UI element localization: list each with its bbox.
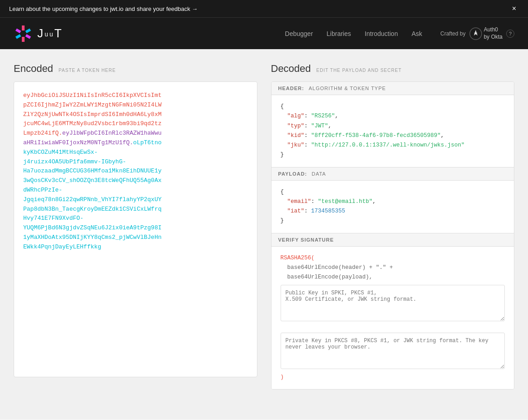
verify-section: VERIFY SIGNATURE RSASHA256( base64UrlEnc…	[272, 233, 514, 390]
payload-label: PAYLOAD: DATA	[272, 167, 514, 181]
auth0-icon	[469, 27, 482, 40]
nav-links: Debugger Libraries Introduction Ask	[285, 30, 422, 37]
svg-rect-0	[22, 25, 25, 30]
header-content: { "alg": "RS256", "typ": "JWT", "kid": "…	[272, 95, 514, 167]
header-sublabel: ALGORITHM & TOKEN TYPE	[309, 86, 386, 91]
svg-rect-3	[22, 37, 25, 42]
verify-label-text: VERIFY SIGNATURE	[278, 237, 334, 243]
logo-area: JuuT	[14, 24, 63, 43]
svg-rect-1	[25, 28, 31, 33]
banner-text: Learn about the upcoming changes to jwt.…	[9, 5, 198, 12]
payload-content: { "email": "test@email.htb", "iat": 1734…	[272, 181, 514, 233]
nav-debugger[interactable]: Debugger	[285, 30, 313, 37]
announcement-banner: Learn about the upcoming changes to jwt.…	[0, 0, 528, 17]
payload-section: PAYLOAD: DATA { "email": "test@email.htb…	[272, 167, 514, 233]
crafted-by-section: Crafted by Auth0by Okta ?	[440, 26, 514, 40]
header-label-text: HEADER:	[278, 86, 304, 91]
public-key-textarea[interactable]	[281, 285, 505, 321]
verify-content: RSASHA256( base64UrlEncode(header) + "."…	[272, 247, 514, 390]
crafted-by-text: Crafted by	[440, 30, 465, 37]
help-icon[interactable]: ?	[506, 30, 514, 38]
logo-text: JuuT	[37, 26, 63, 40]
payload-sublabel: DATA	[312, 171, 326, 177]
verify-label: VERIFY SIGNATURE	[272, 233, 514, 247]
nav-ask[interactable]: Ask	[412, 30, 422, 37]
sig-line1-text: base64UrlEncode(header) + "." +	[287, 264, 393, 271]
decoded-subtitle: EDIT THE PAYLOAD AND SECRET	[317, 68, 402, 73]
encoded-title: Encoded	[14, 63, 53, 75]
sig-close-paren: )	[281, 373, 505, 382]
sig-function-text: RSASHA256(	[281, 253, 505, 263]
navbar: JuuT Debugger Libraries Introduction Ask…	[0, 17, 528, 49]
main-content: Encoded PASTE A TOKEN HERE eyJhbGciOiJSU…	[0, 49, 528, 419]
svg-rect-5	[15, 28, 21, 33]
nav-introduction[interactable]: Introduction	[365, 30, 398, 37]
sig-line2-text: base64UrlEncode(payload),	[287, 274, 373, 280]
banner-close-button[interactable]: ×	[509, 5, 519, 13]
svg-rect-2	[25, 34, 31, 39]
encoded-subtitle: PASTE A TOKEN HERE	[59, 68, 116, 73]
decoded-panel-header: Decoded EDIT THE PAYLOAD AND SECRET	[271, 63, 515, 75]
svg-rect-4	[15, 34, 21, 39]
decoded-panel: Decoded EDIT THE PAYLOAD AND SECRET HEAD…	[271, 63, 515, 405]
auth0-text: Auth0by Okta	[484, 26, 503, 40]
private-key-textarea[interactable]	[281, 333, 505, 369]
decoded-title: Decoded	[271, 63, 311, 75]
svg-point-6	[20, 31, 26, 36]
auth0-logo: Auth0by Okta	[469, 26, 503, 40]
header-section: HEADER: ALGORITHM & TOKEN TYPE { "alg": …	[272, 82, 514, 167]
sig-line1: base64UrlEncode(header) + "." +	[281, 263, 505, 273]
encoded-panel-header: Encoded PASTE A TOKEN HERE	[14, 63, 257, 75]
encoded-panel: Encoded PASTE A TOKEN HERE eyJhbGciOiJSU…	[14, 63, 257, 405]
header-label: HEADER: ALGORITHM & TOKEN TYPE	[272, 82, 514, 95]
nav-libraries[interactable]: Libraries	[327, 30, 351, 37]
sig-line2: base64UrlEncode(payload),	[281, 273, 505, 282]
payload-label-text: PAYLOAD:	[278, 171, 307, 177]
jwt-logo-icon	[14, 24, 33, 43]
decoded-sections: HEADER: ALGORITHM & TOKEN TYPE { "alg": …	[271, 81, 515, 390]
encoded-token-display[interactable]: eyJhbGciOiJSUzI1NiIsInR5cCI6IkpXVCIsImtp…	[14, 81, 257, 377]
